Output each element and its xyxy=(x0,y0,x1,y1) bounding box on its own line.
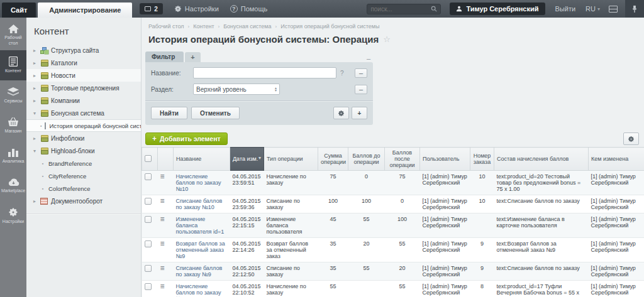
rail-item-content[interactable]: Контент xyxy=(0,50,26,80)
filter-section-select[interactable]: Верхний уровень ▴▾ xyxy=(193,84,280,95)
rail-item-desktop[interactable]: Рабочий стол xyxy=(0,20,26,50)
row-menu-button[interactable]: ≡ xyxy=(160,282,165,291)
filter-tab[interactable]: Фильтр xyxy=(145,51,184,62)
row-checkbox[interactable] xyxy=(145,173,152,180)
menu-item-highload-blocks[interactable]: ▾ Highload-блоки xyxy=(26,144,141,157)
column-header-label: Дата изм. xyxy=(233,156,258,162)
column-header-before[interactable]: Баллов до операции xyxy=(348,148,385,171)
column-header-date-sorted[interactable]: Дата изм.▾ xyxy=(230,148,264,171)
select-all-header[interactable] xyxy=(142,148,158,171)
expand-icon[interactable]: ▸ xyxy=(32,98,37,104)
element-link[interactable]: Возврат баллов за отмененный заказ №9 xyxy=(176,240,225,259)
column-header-user[interactable]: Пользователь xyxy=(420,148,470,171)
row-checkbox[interactable] xyxy=(145,265,152,272)
filter-settings-button[interactable] xyxy=(333,107,349,119)
row-menu-cell: ≡ xyxy=(158,195,174,213)
element-link[interactable]: Списание баллов по заказу №9 xyxy=(176,265,223,278)
logout-link[interactable]: Выйти xyxy=(555,5,576,13)
row-menu-button[interactable]: ≡ xyxy=(160,197,165,205)
breadcrumb-link[interactable]: Рабочий стол xyxy=(148,23,184,30)
menu-item-news[interactable]: ▸ Новости xyxy=(26,69,141,82)
pin-panel-button[interactable] xyxy=(625,0,644,18)
expand-icon[interactable]: ▸ xyxy=(32,198,37,204)
grid-settings-button[interactable] xyxy=(623,132,639,145)
tab-site[interactable]: Сайт xyxy=(2,3,36,18)
rail-item-marketplace[interactable]: Marketplace xyxy=(0,171,26,201)
filter-name-input[interactable] xyxy=(193,67,336,78)
topbar-settings-button[interactable]: Настройки xyxy=(174,5,219,13)
breadcrumb-link[interactable]: Контент xyxy=(193,23,214,30)
menu-item-label: Документооборот xyxy=(51,198,103,205)
language-selector[interactable]: RU ▾ xyxy=(586,5,600,13)
column-header-changed-by[interactable]: Кем изменена xyxy=(589,148,644,171)
column-header-order[interactable]: Номер заказа xyxy=(470,148,494,171)
page-title: История операций бонусной системы: Опера… xyxy=(148,34,379,45)
site-view-icon[interactable] xyxy=(609,6,618,13)
rail-item-analytics[interactable]: Аналитика xyxy=(0,141,26,171)
menu-item-city-reference[interactable]: ▪ CityReference xyxy=(26,170,141,182)
menu-item-catalogs[interactable]: ▸ Каталоги xyxy=(26,57,141,69)
menu-item-offers[interactable]: ▸ Торговые предложения xyxy=(26,82,141,94)
column-header-name[interactable]: Название xyxy=(174,148,230,171)
menu-item-color-reference[interactable]: ▪ ColorReference xyxy=(26,182,141,195)
search-icon[interactable] xyxy=(431,6,437,12)
tab-admin[interactable]: Администрирование xyxy=(38,3,132,18)
rail-item-shop[interactable]: Магазин xyxy=(0,111,26,141)
menu-item-infoblocks[interactable]: ▸ Инфоблоки xyxy=(26,132,141,144)
menu-item-label: BrandReference xyxy=(48,160,92,167)
find-button[interactable]: Найти xyxy=(151,107,187,119)
page-icon xyxy=(45,122,46,129)
search-input[interactable] xyxy=(370,6,428,13)
element-link[interactable]: Начисление баллов по заказу №10 xyxy=(176,173,221,192)
add-filter-field-button[interactable]: + xyxy=(352,107,367,119)
remove-filter-field-button[interactable]: – xyxy=(355,68,367,78)
expand-icon[interactable]: ▸ xyxy=(32,85,37,91)
content-icon xyxy=(9,57,18,67)
rail-item-settings[interactable]: Настройки xyxy=(0,201,26,231)
row-checkbox[interactable] xyxy=(145,283,152,290)
column-header-type[interactable]: Тип операции xyxy=(264,148,318,171)
menu-item-site-structure[interactable]: ▸ Структура сайта xyxy=(26,44,141,57)
expand-icon[interactable]: ▸ xyxy=(32,48,37,53)
expand-icon[interactable]: ▸ xyxy=(32,60,37,66)
row-select-cell xyxy=(142,262,158,281)
column-header-after[interactable]: Баллов после операции xyxy=(385,148,420,171)
breadcrumb-link[interactable]: История операций бонусной системы xyxy=(280,23,379,30)
breadcrumb-link[interactable]: Бонусная система xyxy=(223,23,271,30)
element-link[interactable]: Списание баллов по заказу №10 xyxy=(176,198,223,210)
menu-item-bonus-system[interactable]: ▾ Бонусная система xyxy=(26,107,141,119)
row-menu-button[interactable]: ≡ xyxy=(160,215,165,224)
row-checkbox[interactable] xyxy=(145,198,152,205)
user-menu-button[interactable]: Тимур Серебрянский xyxy=(450,3,545,15)
rail-item-services[interactable]: Сервисы xyxy=(0,80,26,111)
collapse-icon[interactable]: ▾ xyxy=(32,148,37,154)
topbar-help-button[interactable]: ? Помощь xyxy=(230,5,268,13)
help-icon[interactable]: ? xyxy=(340,70,344,77)
row-checkbox[interactable] xyxy=(145,216,152,223)
cancel-button[interactable]: Отменить xyxy=(191,107,240,119)
remove-filter-field-button[interactable]: – xyxy=(355,85,367,94)
cell-date: 04.05.2015 22:12:50 xyxy=(230,262,264,281)
filter-collapse-button[interactable]: – xyxy=(364,55,373,62)
menu-item-brand-reference[interactable]: ▪ BrandReference xyxy=(26,157,141,170)
element-link[interactable]: Изменение баланса пользователя id=1 xyxy=(176,216,225,235)
element-link[interactable]: Начисление баллов по заказу №8 xyxy=(176,283,221,297)
select-all-checkbox[interactable] xyxy=(145,155,152,162)
menu-item-companies[interactable]: ▸ Компании xyxy=(26,94,141,107)
notifications-badge[interactable]: 2 xyxy=(140,3,163,14)
column-header-detail[interactable]: Состав начисления баллов xyxy=(494,148,589,171)
filter-buttons: Найти Отменить + xyxy=(151,107,367,119)
expand-icon[interactable]: ▸ xyxy=(32,73,37,78)
expand-icon[interactable]: ▸ xyxy=(32,136,37,141)
row-menu-button[interactable]: ≡ xyxy=(160,264,165,273)
add-filter-tab-button[interactable]: + xyxy=(185,52,200,62)
collapse-icon[interactable]: ▾ xyxy=(32,111,37,116)
row-menu-button[interactable]: ≡ xyxy=(160,172,165,181)
column-header-sum[interactable]: Сумма операции xyxy=(318,148,348,171)
add-element-button[interactable]: + Добавить элемент xyxy=(145,132,228,145)
row-checkbox[interactable] xyxy=(145,240,152,247)
favorite-star-icon[interactable]: ☆ xyxy=(383,35,391,44)
row-menu-button[interactable]: ≡ xyxy=(160,239,165,248)
menu-item-docflow[interactable]: ▸ Документооборот xyxy=(26,195,141,207)
menu-item-bonus-history[interactable]: ▪ История операций бонусной системы xyxy=(26,119,141,132)
